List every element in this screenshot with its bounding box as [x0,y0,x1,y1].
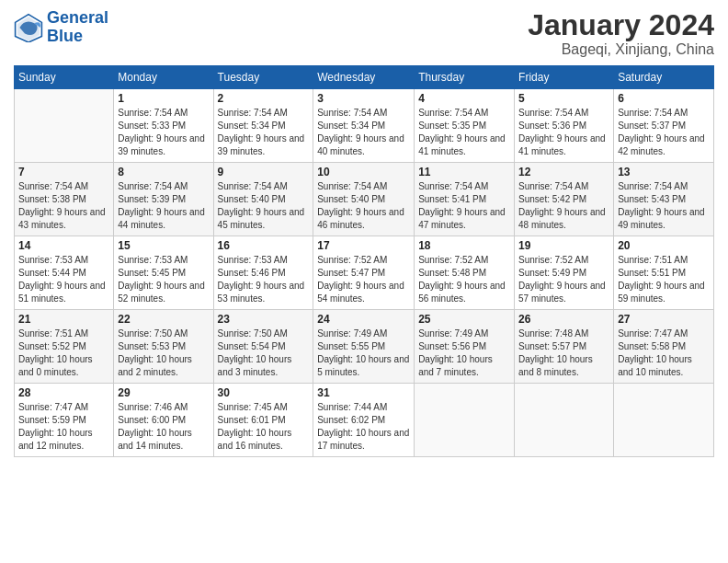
weekday-header: Monday [114,66,213,89]
day-number: 14 [18,239,109,252]
calendar-day-cell: 7Sunrise: 7:54 AM Sunset: 5:38 PM Daylig… [15,163,114,236]
day-info: Sunrise: 7:54 AM Sunset: 5:37 PM Dayligh… [618,107,710,158]
day-number: 3 [317,92,410,105]
day-info: Sunrise: 7:49 AM Sunset: 5:55 PM Dayligh… [317,327,410,379]
calendar-day-cell: 10Sunrise: 7:54 AM Sunset: 5:40 PM Dayli… [313,163,415,236]
calendar-day-cell: 25Sunrise: 7:49 AM Sunset: 5:56 PM Dayli… [415,310,515,384]
calendar-day-cell: 16Sunrise: 7:53 AM Sunset: 5:46 PM Dayli… [213,236,313,310]
location: Bageqi, Xinjiang, China [528,41,714,58]
calendar-day-cell: 2Sunrise: 7:54 AM Sunset: 5:34 PM Daylig… [213,89,313,163]
day-number: 7 [18,166,109,178]
calendar-week-row: 14Sunrise: 7:53 AM Sunset: 5:44 PM Dayli… [15,236,714,310]
day-number: 12 [518,166,609,178]
calendar-day-cell: 8Sunrise: 7:54 AM Sunset: 5:39 PM Daylig… [114,163,213,236]
day-info: Sunrise: 7:54 AM Sunset: 5:42 PM Dayligh… [518,180,609,232]
calendar-day-cell [614,384,714,457]
day-info: Sunrise: 7:54 AM Sunset: 5:41 PM Dayligh… [418,180,510,232]
logo-icon [14,13,43,42]
weekday-header: Friday [515,66,614,89]
calendar-day-cell: 18Sunrise: 7:52 AM Sunset: 5:48 PM Dayli… [415,236,515,310]
day-info: Sunrise: 7:54 AM Sunset: 5:40 PM Dayligh… [218,180,310,232]
day-info: Sunrise: 7:46 AM Sunset: 6:00 PM Dayligh… [118,401,209,453]
month-title: January 2024 [528,9,714,41]
calendar-day-cell: 1Sunrise: 7:54 AM Sunset: 5:33 PM Daylig… [114,89,213,163]
calendar-day-cell: 19Sunrise: 7:52 AM Sunset: 5:49 PM Dayli… [515,236,614,310]
day-info: Sunrise: 7:54 AM Sunset: 5:43 PM Dayligh… [618,180,710,232]
logo-line1: General [47,8,108,27]
day-number: 17 [317,239,410,252]
calendar-day-cell: 30Sunrise: 7:45 AM Sunset: 6:01 PM Dayli… [213,384,313,457]
day-number: 4 [418,92,510,105]
day-number: 18 [418,239,510,252]
weekday-header: Sunday [15,66,114,89]
calendar-day-cell: 29Sunrise: 7:46 AM Sunset: 6:00 PM Dayli… [114,384,213,457]
calendar-table: SundayMondayTuesdayWednesdayThursdayFrid… [14,65,714,457]
calendar-day-cell: 12Sunrise: 7:54 AM Sunset: 5:42 PM Dayli… [515,163,614,236]
day-number: 11 [418,166,510,178]
calendar-day-cell: 26Sunrise: 7:48 AM Sunset: 5:57 PM Dayli… [515,310,614,384]
page-container: General Blue January 2024 Bageqi, Xinjia… [0,0,728,563]
day-info: Sunrise: 7:53 AM Sunset: 5:46 PM Dayligh… [218,254,310,305]
calendar-day-cell [15,89,114,163]
day-number: 31 [317,386,410,399]
calendar-day-cell: 5Sunrise: 7:54 AM Sunset: 5:36 PM Daylig… [515,89,614,163]
day-number: 25 [418,313,510,326]
logo: General Blue [14,9,108,46]
title-block: January 2024 Bageqi, Xinjiang, China [528,9,714,58]
logo-line2: Blue [47,27,83,45]
day-number: 24 [317,313,410,326]
calendar-day-cell: 6Sunrise: 7:54 AM Sunset: 5:37 PM Daylig… [614,89,714,163]
day-info: Sunrise: 7:51 AM Sunset: 5:51 PM Dayligh… [618,254,710,305]
calendar-week-row: 28Sunrise: 7:47 AM Sunset: 5:59 PM Dayli… [15,384,714,457]
calendar-week-row: 21Sunrise: 7:51 AM Sunset: 5:52 PM Dayli… [15,310,714,384]
day-info: Sunrise: 7:49 AM Sunset: 5:56 PM Dayligh… [418,327,510,379]
day-number: 20 [618,239,710,252]
day-info: Sunrise: 7:52 AM Sunset: 5:49 PM Dayligh… [518,254,609,305]
weekday-header-row: SundayMondayTuesdayWednesdayThursdayFrid… [15,66,714,89]
day-info: Sunrise: 7:54 AM Sunset: 5:38 PM Dayligh… [18,180,109,232]
day-number: 5 [518,92,609,105]
calendar-day-cell [515,384,614,457]
day-number: 26 [518,313,609,326]
day-number: 16 [218,239,310,252]
day-info: Sunrise: 7:44 AM Sunset: 6:02 PM Dayligh… [317,401,410,453]
calendar-day-cell [415,384,515,457]
weekday-header: Wednesday [313,66,415,89]
calendar-day-cell: 9Sunrise: 7:54 AM Sunset: 5:40 PM Daylig… [213,163,313,236]
day-info: Sunrise: 7:47 AM Sunset: 5:59 PM Dayligh… [18,401,109,453]
calendar-day-cell: 11Sunrise: 7:54 AM Sunset: 5:41 PM Dayli… [415,163,515,236]
day-info: Sunrise: 7:48 AM Sunset: 5:57 PM Dayligh… [518,327,609,379]
calendar-day-cell: 31Sunrise: 7:44 AM Sunset: 6:02 PM Dayli… [313,384,415,457]
day-info: Sunrise: 7:54 AM Sunset: 5:34 PM Dayligh… [317,107,410,158]
day-number: 10 [317,166,410,178]
calendar-day-cell: 3Sunrise: 7:54 AM Sunset: 5:34 PM Daylig… [313,89,415,163]
calendar-day-cell: 24Sunrise: 7:49 AM Sunset: 5:55 PM Dayli… [313,310,415,384]
calendar-day-cell: 20Sunrise: 7:51 AM Sunset: 5:51 PM Dayli… [614,236,714,310]
day-number: 15 [118,239,209,252]
header: General Blue January 2024 Bageqi, Xinjia… [14,9,714,58]
day-info: Sunrise: 7:54 AM Sunset: 5:34 PM Dayligh… [218,107,310,158]
day-number: 6 [618,92,710,105]
day-info: Sunrise: 7:52 AM Sunset: 5:47 PM Dayligh… [317,254,410,305]
day-info: Sunrise: 7:54 AM Sunset: 5:40 PM Dayligh… [317,180,410,232]
weekday-header: Saturday [614,66,714,89]
calendar-day-cell: 4Sunrise: 7:54 AM Sunset: 5:35 PM Daylig… [415,89,515,163]
day-info: Sunrise: 7:54 AM Sunset: 5:39 PM Dayligh… [118,180,209,232]
day-info: Sunrise: 7:54 AM Sunset: 5:33 PM Dayligh… [118,107,209,158]
day-number: 22 [118,313,209,326]
logo-text: General Blue [47,9,108,46]
day-info: Sunrise: 7:54 AM Sunset: 5:35 PM Dayligh… [418,107,510,158]
day-number: 2 [218,92,310,105]
calendar-week-row: 1Sunrise: 7:54 AM Sunset: 5:33 PM Daylig… [15,89,714,163]
day-info: Sunrise: 7:53 AM Sunset: 5:44 PM Dayligh… [18,254,109,305]
day-info: Sunrise: 7:50 AM Sunset: 5:54 PM Dayligh… [218,327,310,379]
calendar-day-cell: 14Sunrise: 7:53 AM Sunset: 5:44 PM Dayli… [15,236,114,310]
calendar-day-cell: 28Sunrise: 7:47 AM Sunset: 5:59 PM Dayli… [15,384,114,457]
calendar-day-cell: 21Sunrise: 7:51 AM Sunset: 5:52 PM Dayli… [15,310,114,384]
calendar-day-cell: 23Sunrise: 7:50 AM Sunset: 5:54 PM Dayli… [213,310,313,384]
day-info: Sunrise: 7:52 AM Sunset: 5:48 PM Dayligh… [418,254,510,305]
day-info: Sunrise: 7:50 AM Sunset: 5:53 PM Dayligh… [118,327,209,379]
day-number: 9 [218,166,310,178]
weekday-header: Thursday [415,66,515,89]
day-info: Sunrise: 7:51 AM Sunset: 5:52 PM Dayligh… [18,327,109,379]
